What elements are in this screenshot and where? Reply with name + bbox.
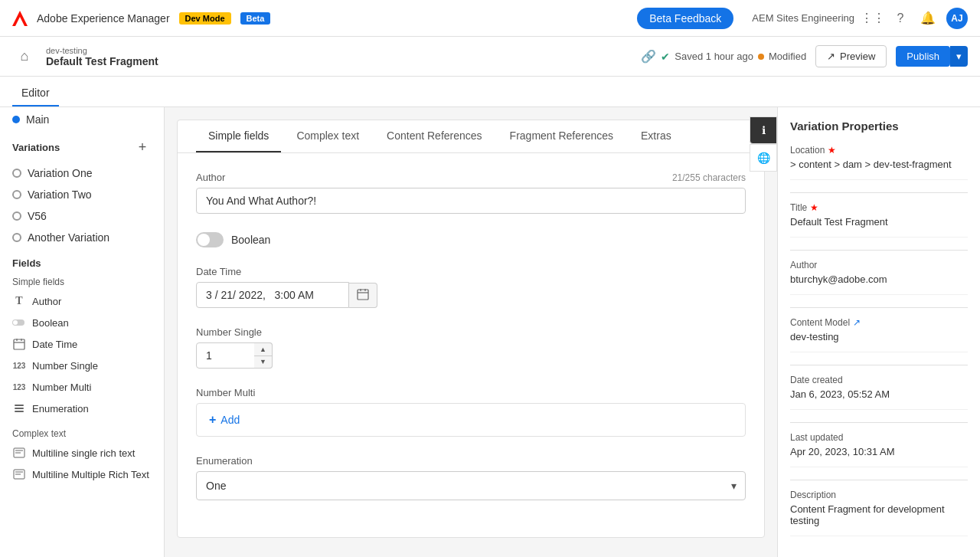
avatar[interactable]: AJ xyxy=(946,8,968,29)
publish-button[interactable]: Publish xyxy=(896,46,950,67)
complex-text-section-label: Complex text xyxy=(0,425,164,442)
saved-status: 🔗 ✔ Saved 1 hour ago Modified xyxy=(641,49,806,64)
publish-group: Publish ▾ xyxy=(896,46,968,67)
app-name: Adobe Experience Manager xyxy=(37,12,170,25)
sidebar-item-another-variation[interactable]: Another Variation xyxy=(0,227,164,248)
sidebar-field-datetime[interactable]: Date Time xyxy=(0,333,164,355)
grid-icon[interactable]: ⋮⋮ xyxy=(864,9,882,28)
sidebar: Main Variations + Variation One Variatio… xyxy=(0,107,165,557)
radio-icon xyxy=(12,190,21,199)
breadcrumb-main: Default Test Fragment xyxy=(46,55,158,67)
number-single-label: Number Single xyxy=(196,326,746,338)
variations-header: Variations + xyxy=(0,132,164,162)
editor-tab[interactable]: Editor xyxy=(12,80,59,106)
datetime-input[interactable] xyxy=(196,282,349,308)
rp-last-updated-label: Last updated xyxy=(790,432,968,443)
sidebar-item-variation-two[interactable]: Variation Two xyxy=(0,184,164,205)
help-icon[interactable]: ? xyxy=(891,9,910,28)
tab-fragment-references[interactable]: Fragment References xyxy=(498,120,626,152)
sidebar-field-enumeration[interactable]: Enumeration xyxy=(0,398,164,419)
sidebar-item-variation-one[interactable]: Variation One xyxy=(0,162,164,184)
rp-title-value: Default Test Fragment xyxy=(790,216,968,228)
enumeration-group: Enumeration One Two Three ▾ xyxy=(196,455,746,500)
editor-tabs: Simple fields Complex text Content Refer… xyxy=(178,120,764,153)
sidebar-field-author[interactable]: T Author xyxy=(0,290,164,312)
author-input[interactable] xyxy=(196,188,746,214)
toggle-knob xyxy=(198,234,210,246)
number-single-field-label: Number Single xyxy=(32,360,98,372)
sidebar-field-multiline-single[interactable]: Multiline single rich text xyxy=(0,442,164,464)
globe-action-button[interactable]: 🌐 xyxy=(750,144,777,172)
add-variation-button[interactable]: + xyxy=(133,138,152,156)
editor-tab-bar: Editor xyxy=(0,77,980,107)
saved-text: Saved 1 hour ago xyxy=(675,51,753,62)
sidebar-field-boolean[interactable]: Boolean xyxy=(0,312,164,333)
svg-rect-17 xyxy=(358,290,368,300)
main-dot-icon xyxy=(12,116,20,123)
tab-simple-fields[interactable]: Simple fields xyxy=(196,120,281,152)
content-area: Simple fields Complex text Content Refer… xyxy=(165,107,777,557)
spin-down-button[interactable]: ▼ xyxy=(254,355,273,369)
rp-last-updated-field: Last updated Apr 20, 2023, 10:31 AM xyxy=(790,432,968,467)
rp-location-value: > content > dam > dev-test-fragment xyxy=(790,159,968,170)
main-label: Main xyxy=(26,113,49,126)
calendar-icon xyxy=(357,288,369,300)
top-navigation: Adobe Experience Manager Dev Mode Beta B… xyxy=(0,0,980,37)
rp-location-label: Location ★ xyxy=(790,145,968,156)
number-multi-field-label: Number Multi xyxy=(32,382,91,393)
rp-date-created-value: Jan 6, 2023, 05:52 AM xyxy=(790,388,968,400)
another-variation-label: Another Variation xyxy=(28,231,109,244)
rp-last-updated-value: Apr 20, 2023, 10:31 AM xyxy=(790,446,968,457)
sidebar-field-multiline-multi[interactable]: Multiline Multiple Rich Text xyxy=(0,464,164,485)
spin-up-button[interactable]: ▲ xyxy=(254,342,273,355)
sidebar-main-item[interactable]: Main xyxy=(0,107,164,132)
number-multi-add-button[interactable]: + Add xyxy=(196,403,746,437)
v56-label: V56 xyxy=(28,210,47,222)
svg-rect-10 xyxy=(15,411,24,412)
form-content: Author 21/255 characters Boolean Date Ti… xyxy=(178,153,764,537)
preview-icon: ↗ xyxy=(827,51,835,62)
breadcrumb-sub: dev-testing xyxy=(46,46,158,55)
richtext-multi-icon xyxy=(12,467,26,481)
home-icon[interactable]: ⌂ xyxy=(12,44,37,69)
dev-mode-badge: Dev Mode xyxy=(179,12,231,25)
calendar-button[interactable] xyxy=(349,283,377,308)
tab-content-references[interactable]: Content References xyxy=(374,120,495,152)
enumeration-select[interactable]: One Two Three xyxy=(196,471,746,500)
fields-header: Fields xyxy=(0,248,164,274)
rp-title-field: Title ★ Default Test Fragment xyxy=(790,202,968,238)
enum-icon xyxy=(12,401,26,415)
org-name: AEM Sites Engineering xyxy=(752,12,854,24)
char-count: 21/255 characters xyxy=(672,172,746,183)
info-action-button[interactable]: ℹ xyxy=(750,116,777,144)
rp-location-field: Location ★ > content > dam > dev-test-fr… xyxy=(790,145,968,180)
richtext-icon xyxy=(12,446,26,460)
rp-author-label: Author xyxy=(790,260,968,270)
preview-button[interactable]: ↗ Preview xyxy=(815,45,887,67)
sidebar-item-v56[interactable]: V56 xyxy=(0,205,164,227)
datetime-input-row xyxy=(196,282,746,308)
rp-date-created-label: Date created xyxy=(790,375,968,385)
right-panel: Variation Properties Location ★ > conten… xyxy=(777,107,980,557)
rp-content-model-value: dev-testing xyxy=(790,331,968,342)
beta-badge: Beta xyxy=(240,12,271,25)
author-label: Author 21/255 characters xyxy=(196,172,746,183)
sidebar-field-number-single[interactable]: 123 Number Single xyxy=(0,355,164,376)
beta-feedback-button[interactable]: Beta Feedback xyxy=(637,8,733,29)
tab-complex-text[interactable]: Complex text xyxy=(284,120,371,152)
boolean-toggle[interactable] xyxy=(196,232,224,247)
author-field-label: Author xyxy=(32,296,61,307)
rp-author-value: bturchyk@adobe.com xyxy=(790,274,968,285)
link-icon[interactable]: 🔗 xyxy=(641,49,656,64)
external-link-icon[interactable]: ↗ xyxy=(853,317,861,328)
add-label: Add xyxy=(220,414,240,426)
radio-icon xyxy=(12,169,21,178)
rp-content-model-field: Content Model ↗ dev-testing xyxy=(790,317,968,352)
publish-dropdown-button[interactable]: ▾ xyxy=(950,46,968,67)
tab-extras[interactable]: Extras xyxy=(629,120,684,152)
svg-point-3 xyxy=(13,320,18,325)
number-multi-label: Number Multi xyxy=(196,387,746,398)
notifications-icon[interactable]: 🔔 xyxy=(919,9,937,28)
adobe-logo xyxy=(12,11,28,26)
sidebar-field-number-multi[interactable]: 123 Number Multi xyxy=(0,376,164,398)
